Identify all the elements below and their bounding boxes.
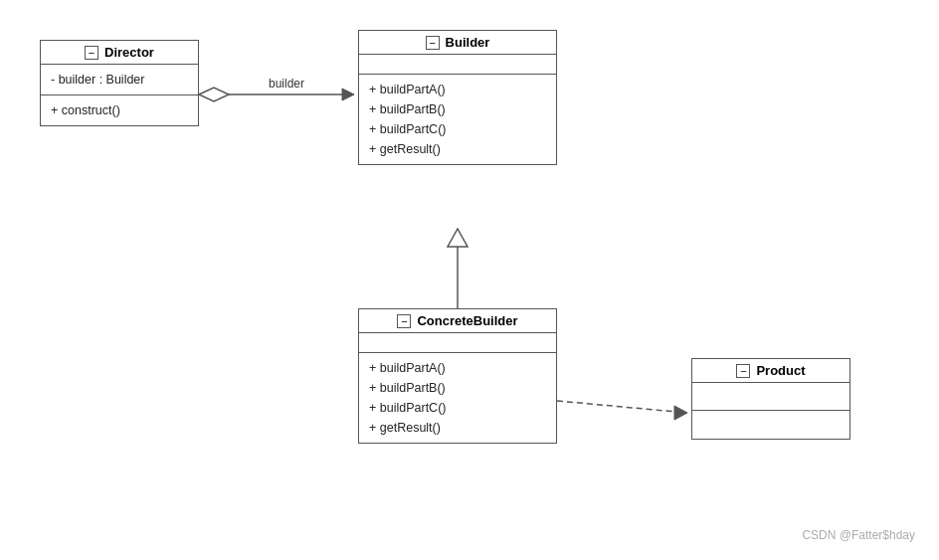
dependency-line [557,401,687,413]
builder-collapse-icon[interactable]: − [426,36,440,50]
builder-attributes [359,55,556,75]
product-section-1 [692,383,849,411]
concrete-builder-header: − ConcreteBuilder [359,309,556,333]
concrete-builder-method-2: + buildPartB() [369,378,546,398]
product-header: − Product [692,359,849,383]
builder-header: − Builder [359,31,556,55]
product-class: − Product [691,358,850,440]
builder-class: − Builder + buildPartA() + buildPartB() … [358,30,557,165]
builder-methods: + buildPartA() + buildPartB() + buildPar… [359,75,556,164]
concrete-builder-attributes [359,333,556,353]
inheritance-arrow [448,229,468,247]
director-title: Director [104,45,154,60]
product-title: Product [756,363,805,378]
builder-title: Builder [446,35,490,50]
concrete-builder-method-4: + getResult() [369,418,546,438]
association-label: builder [269,77,304,91]
director-method-1: + construct() [51,100,188,120]
product-collapse-icon[interactable]: − [736,364,750,378]
concrete-builder-method-3: + buildPartC() [369,398,546,418]
concrete-builder-title: ConcreteBuilder [417,313,517,328]
arrow-head-association [342,89,354,100]
director-attr-1: - builder : Builder [51,70,188,90]
watermark: CSDN @Fatter$hday [802,528,915,542]
director-collapse-icon[interactable]: − [85,46,98,60]
arrow-head-dependency [674,406,687,420]
director-header: − Director [41,41,198,65]
diagram-container: builder − Director - builder : Builder +… [0,0,939,560]
diamond-shape [199,88,229,101]
director-methods: + construct() [41,95,198,125]
concrete-builder-class: − ConcreteBuilder + buildPartA() + build… [358,308,557,444]
product-section-2 [692,411,849,439]
builder-method-1: + buildPartA() [369,80,546,99]
builder-method-2: + buildPartB() [369,99,546,119]
director-attributes: - builder : Builder [41,65,198,95]
concrete-builder-method-1: + buildPartA() [369,358,546,378]
concrete-builder-collapse-icon[interactable]: − [397,314,411,328]
builder-method-3: + buildPartC() [369,119,546,139]
concrete-builder-methods: + buildPartA() + buildPartB() + buildPar… [359,353,556,443]
director-class: − Director - builder : Builder + constru… [40,40,199,126]
builder-method-4: + getResult() [369,139,546,159]
